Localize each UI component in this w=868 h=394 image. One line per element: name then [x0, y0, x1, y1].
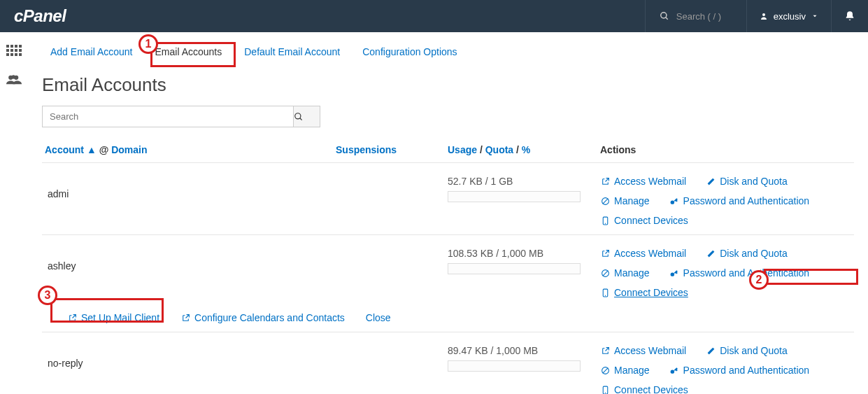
main-content: Add Email Account Email Accounts Default…: [28, 32, 868, 394]
logo: cPanel: [0, 6, 66, 26]
svg-point-5: [11, 75, 15, 79]
pencil-icon: [706, 177, 716, 186]
svg-line-14: [602, 270, 608, 276]
tab-email-accounts[interactable]: Email Accounts: [155, 46, 222, 57]
table-row: no-reply 89.47 KB / 1,000 MB Access Webm…: [42, 332, 854, 394]
row-actions: Access Webmail Disk and Quota Manage Pas…: [600, 248, 854, 298]
usage-bar: [448, 360, 581, 372]
block-icon: [600, 197, 610, 206]
users-icon[interactable]: [6, 73, 22, 86]
search-box: [42, 106, 320, 127]
sort-suspensions[interactable]: Suspensions: [336, 144, 397, 155]
access-webmail-link[interactable]: Access Webmail: [600, 345, 686, 356]
usage-cell: 108.53 KB / 1,000 MB: [448, 248, 600, 298]
apps-icon[interactable]: [6, 45, 22, 56]
mobile-icon: [600, 386, 610, 395]
sort-usage[interactable]: Usage: [448, 144, 477, 155]
user-menu[interactable]: exclusiv: [746, 0, 831, 32]
setup-mail-client-link[interactable]: Set Up Mail Client: [67, 312, 159, 323]
usage-cell: 89.47 KB / 1,000 MB: [448, 345, 600, 394]
connect-devices-link[interactable]: Connect Devices: [600, 287, 688, 298]
block-icon: [600, 269, 610, 278]
sort-account[interactable]: Account ▲: [45, 144, 97, 155]
external-icon: [180, 314, 190, 323]
top-bar: cPanel exclusiv: [0, 0, 868, 32]
svg-line-7: [300, 118, 302, 120]
sort-percent[interactable]: %: [522, 144, 530, 155]
sort-quota[interactable]: Quota: [485, 144, 513, 155]
tab-config-options[interactable]: Configuration Options: [362, 46, 457, 57]
svg-line-9: [602, 198, 608, 204]
password-auth-link[interactable]: Password and Authentication: [669, 195, 810, 206]
key-icon: [669, 366, 679, 375]
access-webmail-link[interactable]: Access Webmail: [600, 176, 686, 187]
col-actions-header: Actions: [600, 144, 854, 155]
global-search-input[interactable]: [676, 11, 732, 22]
bell-icon: [844, 10, 855, 22]
manage-link[interactable]: Manage: [600, 267, 650, 279]
search-button[interactable]: [294, 106, 320, 127]
svg-point-6: [295, 113, 301, 118]
access-webmail-link[interactable]: Access Webmail: [600, 248, 686, 259]
global-search[interactable]: [645, 0, 746, 32]
search-icon: [660, 11, 669, 21]
block-icon: [600, 366, 610, 375]
tab-bar: Add Email Account Email Accounts Default…: [42, 32, 854, 60]
notifications-button[interactable]: [831, 0, 868, 32]
sort-domain[interactable]: Domain: [111, 144, 147, 155]
account-name: ashley: [42, 248, 336, 298]
password-auth-link[interactable]: Password and Authentication: [669, 365, 810, 376]
mobile-icon: [600, 216, 610, 225]
key-icon: [669, 269, 679, 278]
disk-quota-link[interactable]: Disk and Quota: [706, 345, 788, 356]
row-actions: Access Webmail Disk and Quota Manage Pas…: [600, 345, 854, 394]
row-actions: Access Webmail Disk and Quota Manage Pas…: [600, 176, 854, 226]
connect-devices-link[interactable]: Connect Devices: [600, 215, 688, 226]
external-icon: [600, 177, 610, 186]
search-input[interactable]: [42, 106, 294, 127]
pencil-icon: [706, 249, 716, 258]
expanded-subrow: Set Up Mail Client Configure Calendars a…: [42, 307, 854, 332]
left-sidebar: [0, 32, 28, 394]
close-link[interactable]: Close: [366, 312, 391, 323]
user-icon: [760, 12, 768, 20]
disk-quota-link[interactable]: Disk and Quota: [706, 176, 788, 187]
chevron-down-icon: [811, 13, 818, 20]
external-icon: [600, 249, 610, 258]
usage-cell: 52.7 KB / 1 GB: [448, 176, 600, 226]
configure-calendars-link[interactable]: Configure Calendars and Contacts: [180, 312, 345, 323]
external-icon: [67, 314, 77, 323]
table-row: ashley 108.53 KB / 1,000 MB Access Webma…: [42, 234, 854, 307]
tab-default-account[interactable]: Default Email Account: [244, 46, 340, 57]
svg-line-19: [602, 367, 608, 373]
password-auth-link[interactable]: Password and Authentication: [669, 267, 810, 279]
svg-point-2: [762, 13, 765, 16]
svg-line-1: [666, 17, 668, 20]
usage-bar: [448, 263, 581, 274]
account-name: admi: [42, 176, 336, 226]
key-icon: [669, 197, 679, 206]
manage-link[interactable]: Manage: [600, 365, 650, 376]
table-header: Account ▲ @ Domain Suspensions Usage / Q…: [42, 140, 854, 162]
manage-link[interactable]: Manage: [600, 195, 650, 206]
pencil-icon: [706, 346, 716, 356]
disk-quota-link[interactable]: Disk and Quota: [706, 248, 788, 259]
tab-add-email[interactable]: Add Email Account: [50, 46, 133, 57]
mobile-icon: [600, 288, 610, 297]
page-title: Email Accounts: [42, 74, 854, 96]
usage-bar: [448, 191, 581, 202]
external-icon: [600, 346, 610, 356]
svg-point-0: [661, 13, 667, 18]
account-name: no-reply: [42, 345, 336, 394]
table-row: admi 52.7 KB / 1 GB Access Webmail Disk …: [42, 162, 854, 234]
connect-devices-link[interactable]: Connect Devices: [600, 384, 688, 394]
